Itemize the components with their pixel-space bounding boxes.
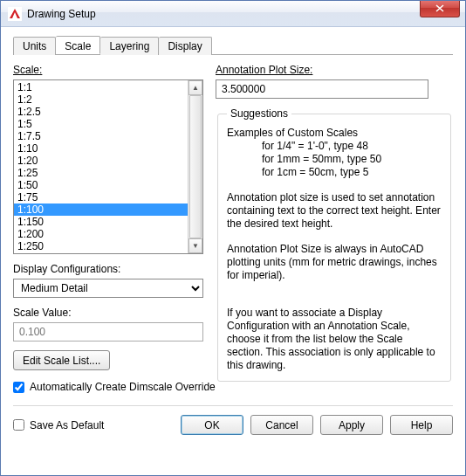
scale-list-item[interactable]: 1:500 [14,252,188,253]
scale-listbox[interactable]: 1:11:21:2.51:51:7.51:101:201:251:501:751… [13,79,203,254]
scrollbar[interactable]: ▲ ▼ [188,80,202,253]
scroll-down-icon[interactable]: ▼ [188,238,202,253]
app-icon [8,7,22,21]
display-configurations-label: Display Configurations: [13,263,203,275]
scroll-thumb[interactable] [189,95,202,238]
scale-list-item[interactable]: 1:7.5 [14,130,188,142]
display-configurations-combo[interactable]: Medium Detail [13,279,203,298]
tab-scale[interactable]: Scale [56,36,100,54]
window-title: Drawing Setup [27,8,96,20]
annotation-plot-size-label: Annotation Plot Size: [216,64,453,76]
scale-value-field[interactable] [13,322,203,341]
examples-heading: Examples of Custom Scales [227,127,442,140]
tab-display[interactable]: Display [159,37,211,55]
scale-value-label: Scale Value: [13,307,203,319]
close-button[interactable] [420,0,460,17]
apply-button[interactable]: Apply [320,415,383,435]
ok-button[interactable]: OK [181,415,243,435]
scale-label: Scale: [13,64,203,76]
right-column: Annotation Plot Size: Suggestions Exampl… [216,64,453,393]
footer: Save As Default OK Cancel Apply Help [13,405,453,435]
client-area: Units Scale Layering Display Scale: 1:11… [1,27,465,445]
scale-list-item[interactable]: 1:150 [14,216,188,228]
scale-list-item[interactable]: 1:25 [14,167,188,179]
scale-list-item[interactable]: 1:100 [14,204,188,216]
scale-list-item[interactable]: 1:20 [14,155,188,167]
dimscale-override-label[interactable]: Automatically Create Dimscale Override [30,381,216,393]
suggestions-group: Suggestions Examples of Custom Scales fo… [217,107,451,382]
scale-list-item[interactable]: 1:10 [14,142,188,155]
example-line: for 1cm = 50cm, type 5 [262,166,442,179]
tab-layering[interactable]: Layering [100,37,159,55]
tab-units[interactable]: Units [13,37,56,55]
scale-list-item[interactable]: 1:50 [14,179,188,191]
example-line: for 1mm = 50mm, type 50 [262,153,442,166]
save-as-default-checkbox[interactable] [13,419,24,431]
example-line: for 1/4" = 1'-0", type 48 [262,140,442,153]
suggestions-legend: Suggestions [227,107,291,120]
tabstrip: Units Scale Layering Display [13,36,453,55]
titlebar: Drawing Setup [1,1,465,27]
left-column: Scale: 1:11:21:2.51:51:7.51:101:201:251:… [13,64,203,393]
dimscale-override-checkbox[interactable] [13,382,24,393]
suggestions-para2: Annotation Plot Size is always in AutoCA… [227,243,442,282]
save-as-default-label[interactable]: Save As Default [30,419,104,431]
scale-list-item[interactable]: 1:2 [14,93,188,106]
help-button[interactable]: Help [390,415,453,435]
suggestions-para3: If you want to associate a Display Confi… [227,307,442,372]
scale-list-item[interactable]: 1:250 [14,240,188,252]
scale-list-item[interactable]: 1:200 [14,228,188,240]
annotation-plot-size-field[interactable] [216,79,428,99]
scroll-up-icon[interactable]: ▲ [188,80,202,95]
cancel-button[interactable]: Cancel [250,415,313,435]
scale-list-item[interactable]: 1:1 [14,81,188,93]
scale-list-item[interactable]: 1:75 [14,191,188,204]
scale-list-item[interactable]: 1:2.5 [14,106,188,118]
suggestions-para1: Annotation plot size is used to set anno… [227,191,442,231]
scale-list-item[interactable]: 1:5 [14,118,188,130]
edit-scale-list-button[interactable]: Edit Scale List.... [13,350,110,370]
